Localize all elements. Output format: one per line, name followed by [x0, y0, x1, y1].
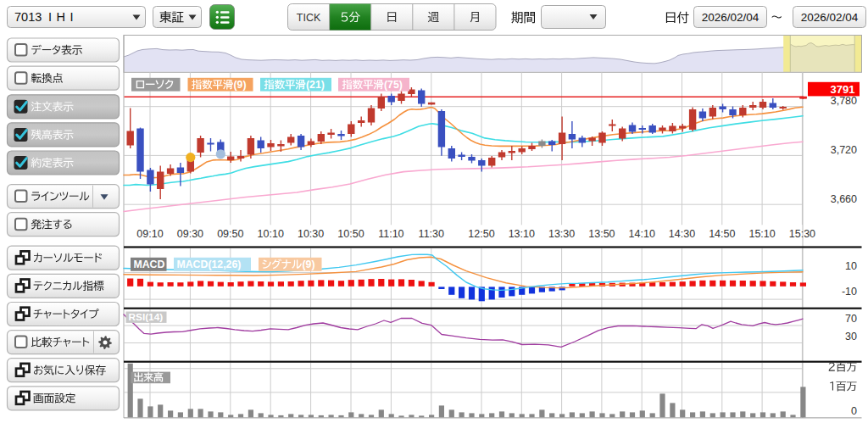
svg-text:MACD(12,26): MACD(12,26) — [177, 259, 242, 270]
svg-text:10:30: 10:30 — [298, 228, 324, 240]
svg-text:2026/02/04: 2026/02/04 — [801, 11, 859, 24]
svg-text:0: 0 — [851, 405, 857, 417]
svg-text:3,660: 3,660 — [831, 193, 857, 205]
svg-text:IHI: IHI — [48, 10, 78, 24]
svg-text:11:10: 11:10 — [378, 228, 403, 240]
svg-text:09:50: 09:50 — [217, 228, 243, 240]
svg-text:10:50: 10:50 — [337, 228, 364, 240]
svg-text:14:10: 14:10 — [629, 228, 655, 240]
svg-text:(9): (9) — [303, 259, 315, 270]
svg-text:13:30: 13:30 — [548, 228, 575, 240]
svg-text:(9): (9) — [234, 79, 247, 91]
svg-text:3,720: 3,720 — [831, 144, 857, 156]
svg-text:13:10: 13:10 — [509, 228, 535, 240]
svg-text:11:30: 11:30 — [419, 228, 444, 240]
svg-text:70: 70 — [845, 313, 857, 325]
svg-text:10:10: 10:10 — [258, 228, 284, 240]
svg-text:-10: -10 — [842, 286, 857, 298]
svg-text:3791: 3791 — [831, 83, 855, 96]
svg-text:7013: 7013 — [14, 10, 42, 24]
svg-text:15:10: 15:10 — [748, 228, 775, 240]
svg-text:09:30: 09:30 — [177, 228, 203, 240]
svg-text:TICK: TICK — [297, 12, 321, 24]
svg-text:12:50: 12:50 — [468, 228, 494, 240]
svg-text:RSI(14): RSI(14) — [129, 311, 164, 323]
svg-text:09:10: 09:10 — [136, 228, 163, 240]
svg-text:MACD: MACD — [134, 259, 165, 270]
svg-text:3,780: 3,780 — [831, 95, 857, 107]
svg-text:15:30: 15:30 — [789, 228, 815, 240]
svg-text:14:30: 14:30 — [669, 228, 695, 240]
svg-text:13:50: 13:50 — [588, 228, 615, 240]
svg-text:(75): (75) — [384, 79, 403, 91]
svg-text:30: 30 — [845, 331, 857, 342]
svg-text:(21): (21) — [306, 79, 325, 91]
svg-text:14:50: 14:50 — [709, 228, 735, 240]
svg-text:10: 10 — [845, 260, 857, 272]
svg-text:2026/02/04: 2026/02/04 — [702, 11, 760, 24]
